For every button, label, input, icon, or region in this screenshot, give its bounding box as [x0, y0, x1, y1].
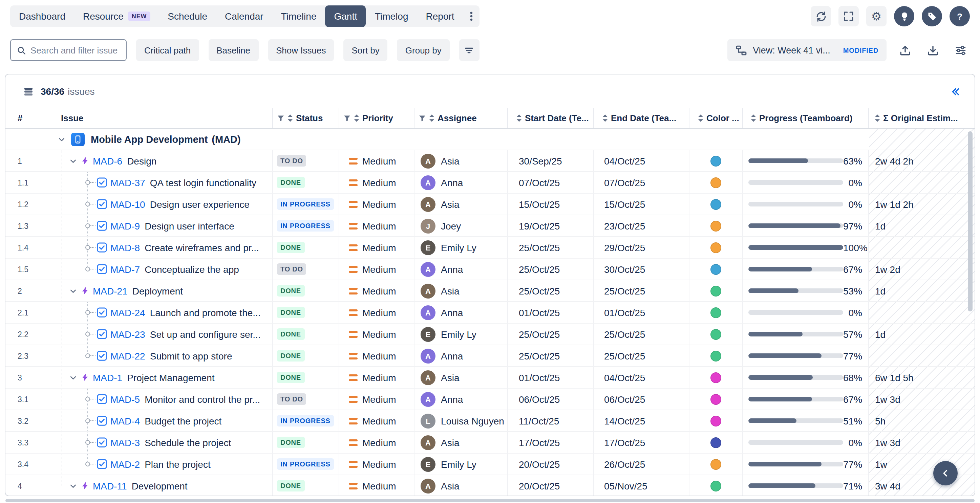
- color-dot[interactable]: [710, 350, 721, 361]
- end-date[interactable]: 01/Oct/25: [604, 307, 645, 318]
- color-dot[interactable]: [710, 437, 721, 448]
- table-row[interactable]: 3.2 MAD-4 Budget the project IN PROGRESS…: [5, 410, 975, 432]
- filter-button[interactable]: [459, 39, 479, 61]
- color-dot[interactable]: [710, 307, 721, 318]
- assignee-name[interactable]: Asia: [441, 156, 459, 166]
- sort-icon[interactable]: [516, 114, 522, 122]
- table-row[interactable]: 2.1 MAD-24 Launch and promote the... DON…: [5, 302, 975, 324]
- start-date[interactable]: 25/Oct/25: [519, 286, 560, 296]
- column-header-status[interactable]: Status: [273, 108, 339, 128]
- priority-label[interactable]: Medium: [362, 350, 396, 361]
- export-button[interactable]: [923, 41, 942, 60]
- table-row[interactable]: 4 MAD-11 Development DONE Medium A Asia: [5, 475, 975, 496]
- priority-label[interactable]: Medium: [362, 372, 396, 383]
- status-badge[interactable]: DONE: [277, 328, 304, 340]
- table-row[interactable]: 1.2 MAD-10 Design user experience IN PRO…: [5, 194, 975, 215]
- issue-key[interactable]: MAD-4: [110, 415, 140, 426]
- end-date[interactable]: 07/Oct/25: [604, 177, 645, 188]
- table-row[interactable]: 2 MAD-21 Deployment DONE Medium A Asia: [5, 280, 975, 302]
- nav-tab-timelog[interactable]: Timelog: [366, 5, 417, 27]
- sort-icon[interactable]: [429, 114, 435, 122]
- toolbar-button-group-by[interactable]: Group by: [397, 39, 450, 61]
- priority-label[interactable]: Medium: [362, 307, 396, 318]
- end-date[interactable]: 05/Nov/25: [604, 480, 648, 491]
- table-row[interactable]: 1.3 MAD-9 Design user interface IN PROGR…: [5, 215, 975, 237]
- priority-label[interactable]: Medium: [362, 480, 396, 491]
- status-badge[interactable]: IN PROGRESS: [277, 220, 334, 232]
- status-badge[interactable]: DONE: [277, 372, 304, 383]
- status-badge[interactable]: DONE: [277, 242, 304, 253]
- column-header-assignee[interactable]: Assignee: [415, 108, 508, 128]
- color-dot[interactable]: [710, 264, 721, 275]
- end-date[interactable]: 26/Oct/25: [604, 459, 645, 470]
- assignee-name[interactable]: Asia: [441, 199, 459, 209]
- whats-new-button[interactable]: [922, 6, 942, 26]
- vertical-scrollbar[interactable]: [968, 131, 972, 311]
- status-badge[interactable]: TO DO: [277, 155, 307, 167]
- color-dot[interactable]: [710, 221, 721, 231]
- sort-icon[interactable]: [751, 114, 757, 122]
- chevron-down-icon[interactable]: [69, 287, 77, 295]
- toolbar-button-show-issues[interactable]: Show Issues: [268, 39, 334, 61]
- assignee-name[interactable]: Asia: [441, 372, 459, 383]
- status-badge[interactable]: IN PROGRESS: [277, 458, 334, 470]
- issue-key[interactable]: MAD-37: [110, 177, 145, 188]
- end-date[interactable]: 14/Oct/25: [604, 415, 645, 426]
- status-badge[interactable]: DONE: [277, 436, 304, 448]
- nav-tab-resource[interactable]: ResourceNEW: [74, 5, 159, 27]
- assignee-name[interactable]: Anna: [441, 394, 463, 405]
- table-row[interactable]: 2.3 MAD-22 Submit to app store DONE Medi…: [5, 345, 975, 367]
- tips-button[interactable]: [894, 6, 914, 26]
- priority-label[interactable]: Medium: [362, 286, 396, 296]
- end-date[interactable]: 25/Oct/25: [604, 350, 645, 361]
- start-date[interactable]: 01/Oct/25: [519, 307, 560, 318]
- color-dot[interactable]: [710, 394, 721, 405]
- table-row[interactable]: 1 MAD-6 Design TO DO Medium A Asia: [5, 150, 975, 172]
- color-dot[interactable]: [710, 480, 721, 491]
- table-row[interactable]: 1.4 MAD-8 Create wireframes and pr... DO…: [5, 237, 975, 259]
- priority-label[interactable]: Medium: [362, 156, 396, 166]
- end-date[interactable]: 30/Oct/25: [604, 264, 645, 275]
- assignee-name[interactable]: Anna: [441, 307, 463, 318]
- start-date[interactable]: 19/Oct/25: [519, 221, 560, 231]
- start-date[interactable]: 17/Oct/25: [519, 437, 560, 448]
- table-row[interactable]: 3 MAD-1 Project Management DONE Medium A: [5, 367, 975, 389]
- end-date[interactable]: 25/Oct/25: [604, 328, 645, 340]
- fullscreen-button[interactable]: [838, 6, 859, 26]
- sort-icon[interactable]: [874, 114, 880, 122]
- column-header-priority[interactable]: Priority: [339, 108, 415, 128]
- assignee-name[interactable]: Louisa Nguyen: [441, 415, 504, 426]
- view-selector[interactable]: View: Week 41 vi... MODIFIED: [727, 39, 886, 61]
- end-date[interactable]: 06/Oct/25: [604, 394, 645, 405]
- color-dot[interactable]: [710, 286, 721, 296]
- status-badge[interactable]: DONE: [277, 285, 304, 297]
- table-row[interactable]: 2.2 MAD-23 Set up and configure ser... D…: [5, 324, 975, 345]
- start-date[interactable]: 30/Sep/25: [519, 156, 562, 166]
- issue-key[interactable]: MAD-6: [93, 156, 122, 166]
- start-date[interactable]: 25/Oct/25: [519, 350, 560, 361]
- color-dot[interactable]: [710, 177, 721, 188]
- issue-key[interactable]: MAD-21: [93, 286, 128, 296]
- priority-label[interactable]: Medium: [362, 394, 396, 405]
- nav-tab-dashboard[interactable]: Dashboard: [10, 5, 74, 27]
- table-row[interactable]: 3.1 MAD-5 Monitor and control the pr... …: [5, 389, 975, 410]
- issue-key[interactable]: MAD-3: [110, 437, 140, 448]
- start-date[interactable]: 20/Oct/25: [519, 480, 560, 491]
- status-badge[interactable]: DONE: [277, 177, 304, 188]
- status-badge[interactable]: DONE: [277, 480, 304, 492]
- end-date[interactable]: 23/Oct/25: [604, 221, 645, 231]
- sort-icon[interactable]: [698, 114, 704, 122]
- color-dot[interactable]: [710, 156, 721, 166]
- project-group-row[interactable]: Mobile App Development (MAD): [5, 129, 975, 150]
- start-date[interactable]: 01/Oct/25: [519, 372, 560, 383]
- start-date[interactable]: 20/Oct/25: [519, 459, 560, 470]
- assignee-name[interactable]: Asia: [441, 286, 459, 296]
- issue-key[interactable]: MAD-8: [110, 242, 140, 253]
- sync-button[interactable]: [811, 6, 831, 26]
- assignee-name[interactable]: Emily Ly: [441, 459, 476, 470]
- priority-label[interactable]: Medium: [362, 459, 396, 470]
- sort-icon[interactable]: [353, 114, 360, 122]
- start-date[interactable]: 06/Oct/25: [519, 394, 560, 405]
- start-date[interactable]: 15/Oct/25: [519, 199, 560, 209]
- settings-button[interactable]: ⚙: [866, 6, 886, 26]
